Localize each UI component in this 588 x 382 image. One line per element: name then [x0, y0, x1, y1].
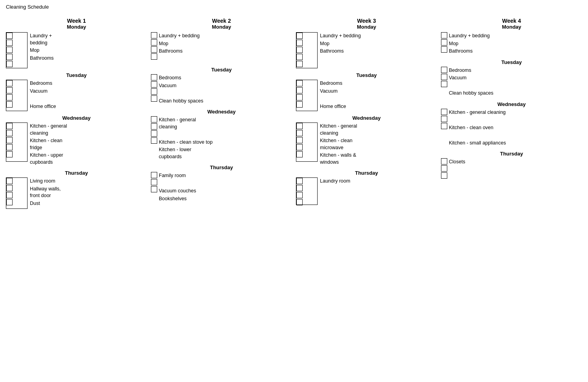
checkbox[interactable]: [296, 178, 303, 184]
checkbox[interactable]: [441, 172, 447, 179]
checkbox[interactable]: [151, 186, 157, 192]
checkbox[interactable]: [296, 151, 303, 157]
checkbox[interactable]: [441, 165, 447, 172]
checkbox[interactable]: [151, 46, 157, 53]
checkbox[interactable]: [296, 40, 303, 46]
checkbox[interactable]: [296, 123, 303, 129]
checkbox[interactable]: [6, 178, 13, 184]
checkbox[interactable]: [6, 185, 13, 191]
week-2-tuesday-heading: Tuesday: [151, 67, 292, 73]
checkbox[interactable]: [151, 179, 157, 185]
checkbox[interactable]: [441, 109, 447, 115]
task-item: Kitchen - walls &windows: [320, 152, 437, 166]
week-3-thursday-tasks: Laundry room: [296, 177, 437, 205]
checkbox[interactable]: [296, 94, 303, 101]
checkbox[interactable]: [441, 158, 447, 164]
task-item: Kitchen - generalcleaning: [320, 122, 437, 137]
week-2-monday-tasks: Laundry + bedding Mop Bathrooms: [151, 32, 292, 63]
checkbox[interactable]: [441, 123, 447, 129]
checkbox[interactable]: [151, 123, 157, 130]
checkbox[interactable]: [296, 199, 303, 205]
task-item: Laundry + bedding: [320, 32, 437, 40]
week-4-thursday-checkboxes: [441, 158, 447, 179]
week-1-wednesday-list: Kitchen - generalcleaning Kitchen - clea…: [30, 122, 147, 166]
week-1-thursday-checkboxes: [6, 177, 28, 209]
checkbox[interactable]: [151, 39, 157, 46]
checkbox[interactable]: [441, 39, 447, 46]
week-1-wednesday-heading: Wednesday: [6, 115, 147, 121]
checkbox[interactable]: [6, 61, 13, 67]
checkbox[interactable]: [151, 95, 157, 102]
checkbox[interactable]: [296, 185, 303, 191]
checkbox[interactable]: [296, 101, 303, 108]
week-4-wednesday-list: Kitchen - general cleaning Kitchen - cle…: [449, 109, 582, 147]
week-2-thursday-checkboxes: [151, 172, 157, 203]
checkbox[interactable]: [296, 80, 303, 86]
week-1-header: Week 1 Monday: [6, 18, 147, 30]
checkbox[interactable]: [6, 33, 13, 39]
task-item: Kitchen - clean oven: [449, 124, 582, 132]
checkbox[interactable]: [296, 87, 303, 93]
week-3-monday-checkboxes: [296, 32, 318, 68]
checkbox[interactable]: [151, 116, 157, 122]
checkbox[interactable]: [151, 81, 157, 88]
checkbox[interactable]: [6, 94, 13, 101]
week-4-monday-tasks: Laundry + bedding Mop Bathrooms: [441, 32, 582, 55]
task-item: Family room: [159, 172, 292, 180]
week-3-tuesday-list: Bedrooms Vacuum Home office: [320, 80, 437, 111]
task-item: Bathrooms: [449, 48, 582, 55]
checkbox[interactable]: [151, 172, 157, 178]
checkbox[interactable]: [296, 61, 303, 67]
week-1-label: Week 1: [6, 18, 147, 24]
checkbox[interactable]: [296, 54, 303, 60]
checkbox[interactable]: [441, 67, 447, 73]
checkbox[interactable]: [441, 32, 447, 38]
task-item: [320, 95, 437, 103]
week-1-thursday-heading: Thursday: [6, 170, 147, 176]
checkbox[interactable]: [151, 32, 157, 38]
checkbox[interactable]: [6, 47, 13, 53]
task-item: Kitchen - lowercupboards: [159, 146, 292, 161]
checkbox[interactable]: [441, 74, 447, 80]
checkbox[interactable]: [151, 88, 157, 95]
checkbox[interactable]: [151, 130, 157, 137]
checkbox[interactable]: [6, 101, 13, 108]
checkbox[interactable]: [296, 130, 303, 136]
checkbox[interactable]: [296, 192, 303, 198]
checkbox[interactable]: [6, 192, 13, 198]
checkbox[interactable]: [6, 54, 13, 60]
task-item: Vacuum: [449, 74, 582, 82]
week-1-monday-checkboxes: [6, 32, 28, 68]
task-item: Laundry + bedding: [449, 32, 582, 40]
checkbox[interactable]: [151, 53, 157, 60]
checkbox[interactable]: [6, 199, 13, 205]
checkbox[interactable]: [6, 123, 13, 129]
week-4-tuesday-heading: Tuesday: [441, 59, 582, 65]
task-item: Mop: [320, 40, 437, 48]
checkbox[interactable]: [441, 46, 447, 53]
task-item: Bathrooms: [30, 55, 147, 62]
checkbox[interactable]: [6, 144, 13, 150]
checkbox[interactable]: [6, 87, 13, 93]
checkbox[interactable]: [151, 137, 157, 144]
task-item: Bathrooms: [159, 48, 292, 55]
checkbox[interactable]: [296, 47, 303, 53]
checkbox[interactable]: [296, 144, 303, 150]
checkbox[interactable]: [296, 33, 303, 39]
checkbox[interactable]: [6, 151, 13, 157]
checkbox[interactable]: [6, 137, 13, 143]
checkbox[interactable]: [441, 116, 447, 122]
week-2-label: Week 2: [151, 18, 292, 24]
week-2-wednesday-list: Kitchen - generalcleaning Kitchen - clea…: [159, 116, 292, 161]
checkbox[interactable]: [6, 130, 13, 136]
checkbox[interactable]: [6, 40, 13, 46]
week-2-wednesday-heading: Wednesday: [151, 109, 292, 115]
task-item: Bedrooms: [30, 80, 147, 88]
checkbox[interactable]: [6, 80, 13, 86]
week-2-col: Week 2 Monday Laundry + bedding Mop Bath…: [151, 18, 292, 210]
checkbox[interactable]: [441, 81, 447, 87]
week-4-col: Week 4 Monday Laundry + bedding Mop Bath…: [441, 18, 582, 210]
checkbox[interactable]: [151, 74, 157, 80]
task-item: Dust: [30, 200, 147, 208]
checkbox[interactable]: [296, 137, 303, 143]
